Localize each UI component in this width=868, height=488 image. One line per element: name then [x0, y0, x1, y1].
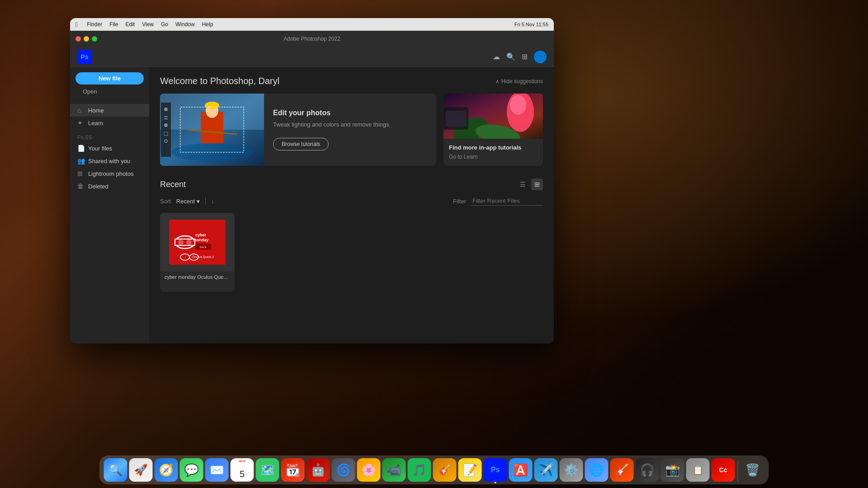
search-icon[interactable]: 🔍 [506, 52, 515, 61]
window-menu[interactable]: Window [175, 21, 195, 28]
dock-systemprefs[interactable]: ⚙️ [560, 458, 583, 482]
go-menu[interactable]: Go [161, 21, 168, 28]
menubar-right: Fri 5 Nov 11:55 [514, 22, 548, 27]
dock-messages[interactable]: 💬 [180, 458, 203, 482]
dock-photos[interactable]: 🌸 [357, 458, 381, 482]
go-to-learn-link[interactable]: Go to Learn [449, 154, 538, 160]
tutorials-card: Find more in-app tutorials Go to Learn [443, 94, 543, 166]
welcome-header: Welcome to Photoshop, Daryl ∧ Hide sugge… [160, 76, 543, 86]
learn-icon: ✦ [77, 119, 85, 127]
dock-launchpad[interactable]: 🚀 [129, 458, 153, 482]
photoshop-window: Adobe Photoshop 2022 Ps ☁ 🔍 ⊞ New file O… [70, 31, 554, 343]
cloud-icon[interactable]: ☁ [493, 52, 500, 61]
apple-menu-icon[interactable]:  [75, 21, 78, 28]
home-icon: ⌂ [77, 107, 85, 114]
sidebar-item-your-files[interactable]: 📄 Your files [70, 142, 149, 155]
recent-section-header: Recent ☰ ⊞ [160, 178, 543, 190]
dock-safari[interactable]: 🧭 [155, 458, 178, 482]
svg-point-5 [205, 102, 219, 109]
shared-icon: 👥 [77, 157, 85, 164]
ps-logo: Ps [77, 50, 92, 64]
dock-headphones[interactable]: 🎧 [636, 458, 659, 482]
cyber-monday-thumbnail: cyber monday SALE Oculus Quest 2 [160, 213, 235, 272]
dock-finder[interactable]: 🔍 [104, 458, 127, 482]
window-traffic-lights [75, 36, 97, 42]
close-button[interactable] [75, 36, 81, 42]
dock-spotify[interactable]: 🎵 [408, 458, 431, 482]
dock-compressor[interactable]: 🌀 [332, 458, 355, 482]
dock-capo[interactable]: 🎸 [433, 458, 457, 482]
sidebar-item-learn[interactable]: ✦ Learn [70, 117, 149, 129]
ps-window-title: Adobe Photoshop 2022 [283, 36, 340, 42]
lightroom-icon: ⊞ [77, 170, 85, 177]
sidebar-item-home[interactable]: ⌂ Home [70, 104, 149, 117]
dock-trash[interactable]: 🗑️ [741, 458, 764, 482]
file-icon: 📄 [77, 145, 85, 152]
sort-direction-button[interactable]: ↓ [211, 197, 214, 205]
card-image [160, 94, 264, 166]
view-toggle: ☰ ⊞ [517, 178, 543, 190]
filter-input[interactable] [471, 197, 543, 206]
file-thumbnail: cyber monday SALE Oculus Quest 2 [160, 213, 235, 272]
help-menu[interactable]: Help [202, 21, 213, 28]
card-title: Edit your photos [273, 109, 427, 117]
recent-file-item[interactable]: cyber monday SALE Oculus Quest 2 [160, 213, 235, 292]
sidebar-item-lightroom[interactable]: ⊞ Lightroom photos [70, 167, 149, 180]
svg-text:monday: monday [193, 238, 209, 242]
mac-laptop-screen:  Finder File Edit View Go Window Help F… [70, 18, 554, 343]
svg-point-27 [186, 239, 192, 245]
card-text: Edit your photos Tweak lighting and colo… [264, 94, 436, 166]
edit-photos-card: Edit your photos Tweak lighting and colo… [160, 94, 436, 166]
new-file-button[interactable]: New file [75, 72, 144, 84]
dock-facetime[interactable]: 📹 [382, 458, 406, 482]
dock-calendar[interactable]: NOV 5 [231, 458, 254, 482]
view-menu[interactable]: View [142, 21, 154, 28]
hide-suggestions-button[interactable]: ∧ Hide suggestions [495, 78, 543, 84]
svg-point-9 [164, 108, 168, 111]
dock-clipper[interactable]: 📋 [686, 458, 710, 482]
sort-dropdown[interactable]: Recent ▾ [176, 198, 200, 205]
sidebar-shared-label: Shared with you [88, 158, 130, 164]
finder-menu[interactable]: Finder [87, 21, 102, 28]
dock-testflight[interactable]: ✈️ [534, 458, 558, 482]
plugin-icon[interactable]: ⊞ [522, 52, 528, 61]
svg-text:Oculus Quest 2: Oculus Quest 2 [192, 255, 214, 259]
open-button[interactable]: Open [75, 86, 104, 97]
chevron-up-icon: ∧ [495, 78, 500, 84]
ps-sidebar: New file Open ⌂ Home ✦ Learn FILES 📄 You… [70, 67, 149, 343]
ps-main-area: New file Open ⌂ Home ✦ Learn FILES 📄 You… [70, 67, 554, 343]
dock-adobe-cc[interactable]: Cc [712, 458, 735, 482]
svg-point-12 [164, 123, 168, 127]
file-info: cyber monday Oculus Quest 2 [160, 272, 235, 282]
dock-screenshot[interactable]: 📸 [661, 458, 684, 482]
minimize-button[interactable] [84, 36, 89, 42]
suggestion-cards: Edit your photos Tweak lighting and colo… [160, 94, 543, 166]
list-view-button[interactable]: ☰ [517, 178, 528, 190]
dock-mail[interactable]: ✉️ [205, 458, 229, 482]
svg-rect-21 [446, 111, 466, 127]
card-description: Tweak lighting and colors and remove thi… [273, 121, 427, 129]
browse-tutorials-button[interactable]: Browse tutorials [273, 138, 329, 150]
user-avatar[interactable] [534, 51, 547, 63]
svg-rect-10 [164, 116, 168, 117]
sidebar-item-shared[interactable]: 👥 Shared with you [70, 155, 149, 167]
grid-view-button[interactable]: ⊞ [531, 178, 543, 190]
edit-menu[interactable]: Edit [125, 21, 135, 28]
dock-appstore[interactable]: 🅰️ [509, 458, 533, 482]
dock-chrome[interactable]: 🌐 [585, 458, 609, 482]
dock-notes[interactable]: 📝 [458, 458, 482, 482]
maximize-button[interactable] [92, 36, 97, 42]
svg-point-26 [178, 239, 184, 245]
dock-maps[interactable]: 🗺️ [256, 458, 279, 482]
menubar-time: Fri 5 Nov 11:55 [514, 22, 548, 27]
file-menu[interactable]: File [109, 21, 118, 28]
macos-menubar:  Finder File Edit View Go Window Help F… [70, 18, 554, 31]
file-name: cyber monday Oculus Quest 2 [165, 274, 230, 280]
dock-photoshop[interactable]: Ps [484, 458, 507, 482]
dock-android[interactable]: 🤖 [307, 458, 330, 482]
recent-controls: Sort Recent ▾ ↓ Filter [160, 197, 543, 206]
svg-rect-11 [164, 118, 168, 119]
dock-fantastical[interactable]: 📆 [281, 458, 305, 482]
dock-garageband[interactable]: 🎸 [610, 458, 634, 482]
sidebar-item-deleted[interactable]: 🗑 Deleted [70, 180, 149, 192]
